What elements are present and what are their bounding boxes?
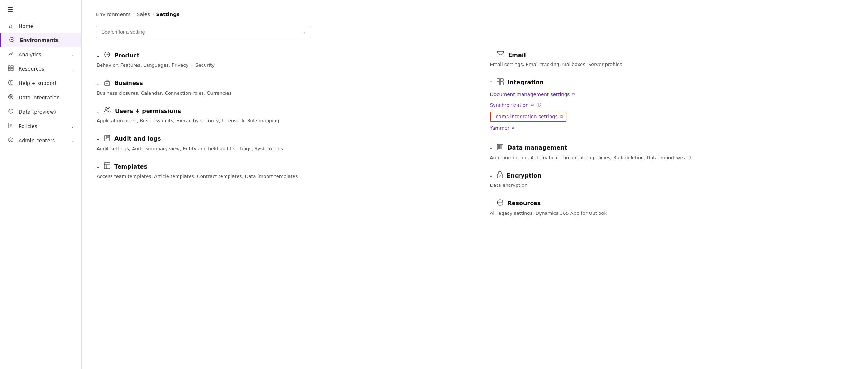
breadcrumb-sales[interactable]: Sales [137, 11, 150, 17]
resources-section-icon [497, 199, 504, 208]
section-toggle-product[interactable]: ⌄ [96, 53, 100, 58]
section-desc-encryption: Data encryption [489, 182, 854, 189]
analytics-icon [7, 51, 14, 58]
synchronization-link[interactable]: Synchronization ⧉ [490, 101, 534, 109]
section-users-permissions: ⌄ Users + permissions Application users,… [96, 107, 461, 124]
svg-rect-28 [104, 163, 110, 169]
sidebar-item-label: Admin centers [19, 138, 55, 143]
sidebar-item-data-integration[interactable]: Data integration [0, 90, 81, 105]
audit-icon [104, 134, 111, 143]
section-toggle-users[interactable]: ⌄ [96, 108, 100, 114]
data-integration-icon [7, 94, 14, 101]
chevron-down-icon: ⌄ [71, 124, 74, 129]
product-icon [104, 51, 111, 60]
svg-rect-4 [8, 68, 10, 71]
chevron-down-icon: ⌄ [71, 52, 74, 57]
left-column: ⌄ Product Behavior, Features, Languages,… [96, 51, 461, 227]
search-bar[interactable]: ⌄ [96, 26, 311, 38]
section-toggle-templates[interactable]: ⌄ [96, 164, 100, 169]
sidebar: ☰ ⌂ Home Environments Analytics ⌄ [0, 0, 82, 369]
svg-rect-41 [497, 174, 502, 178]
section-desc-templates: Access team templates, Article templates… [96, 173, 461, 180]
sidebar-item-label: Help + support [19, 80, 57, 86]
section-resources: ⌄ Resources All legacy settings, Dynamic… [489, 199, 854, 217]
hamburger-menu[interactable]: ☰ [0, 0, 81, 19]
sidebar-item-label: Data (preview) [19, 109, 56, 115]
section-toggle-audit[interactable]: ⌄ [96, 136, 100, 141]
yammer-link[interactable]: Yammer ⧉ [490, 124, 854, 132]
breadcrumb-settings: Settings [156, 11, 180, 17]
section-audit-logs: ⌄ Audit and logs Audit settings, Audit s… [96, 134, 461, 152]
section-title-encryption: Encryption [507, 172, 541, 179]
section-toggle-integration[interactable]: ⌃ [489, 80, 493, 85]
section-templates: ⌄ Templates Access team templates, Artic… [96, 162, 461, 180]
email-icon [497, 51, 504, 59]
sidebar-item-label: Data integration [19, 95, 60, 100]
svg-rect-36 [497, 144, 503, 150]
teams-integration-link[interactable]: Teams integration settings ⧉ [490, 112, 566, 122]
section-integration: ⌃ Integration Document ma [489, 78, 854, 133]
svg-rect-33 [500, 79, 503, 81]
section-toggle-resources[interactable]: ⌄ [489, 200, 493, 206]
sidebar-item-help-support[interactable]: ? Help + support [0, 76, 81, 90]
data-preview-icon [7, 108, 14, 115]
section-toggle-encryption[interactable]: ⌄ [489, 173, 493, 178]
section-product: ⌄ Product Behavior, Features, Languages,… [96, 51, 461, 69]
sidebar-item-label: Resources [19, 66, 44, 72]
section-desc-resources: All legacy settings, Dynamics 365 App fo… [489, 210, 854, 217]
svg-rect-37 [498, 145, 502, 149]
templates-icon [104, 162, 111, 171]
sidebar-item-label: Analytics [19, 52, 42, 57]
section-desc-product: Behavior, Features, Languages, Privacy +… [96, 62, 461, 69]
info-icon[interactable]: ⓘ [537, 102, 541, 108]
section-email: ⌄ Email Email settings, Email tracking, … [489, 51, 854, 68]
environments-icon [8, 37, 15, 44]
breadcrumb-sep-1: › [133, 12, 135, 17]
section-desc-users: Application users, Business units, Hiera… [96, 117, 461, 124]
sidebar-item-home[interactable]: ⌂ Home [0, 19, 81, 33]
section-title-users: Users + permissions [115, 108, 181, 114]
integration-links: Document management settings ⧉ Synchroni… [489, 89, 854, 133]
section-desc-data-mgmt: Auto numbering, Automatic record creatio… [489, 154, 854, 161]
chevron-down-icon: ⌄ [71, 138, 74, 143]
svg-point-16 [10, 139, 11, 141]
sidebar-item-label: Home [19, 23, 33, 29]
section-title-business: Business [114, 80, 143, 86]
section-toggle-email[interactable]: ⌄ [489, 52, 493, 58]
svg-point-42 [499, 175, 500, 176]
integration-icon [497, 78, 504, 87]
svg-rect-32 [497, 79, 500, 81]
section-toggle-data-mgmt[interactable]: ⌄ [489, 145, 493, 150]
document-management-link[interactable]: Document management settings ⧉ [490, 90, 854, 99]
section-desc-business: Business closures, Calendar, Connection … [96, 90, 461, 97]
sidebar-item-resources[interactable]: Resources ⌄ [0, 62, 81, 76]
sidebar-item-data-preview[interactable]: Data (preview) [0, 105, 81, 119]
section-title-audit: Audit and logs [114, 135, 161, 142]
svg-rect-34 [497, 82, 500, 85]
svg-rect-3 [11, 66, 13, 68]
data-management-icon [497, 143, 504, 152]
svg-rect-5 [11, 68, 13, 71]
chevron-down-icon: ⌄ [71, 67, 74, 71]
sidebar-item-admin-centers[interactable]: Admin centers ⌄ [0, 133, 81, 148]
external-link-icon-teams: ⧉ [560, 114, 563, 119]
breadcrumb: Environments › Sales › Settings [96, 11, 854, 17]
svg-rect-31 [497, 51, 504, 57]
breadcrumb-environments[interactable]: Environments [96, 11, 131, 17]
search-input[interactable] [101, 29, 302, 35]
sidebar-item-analytics[interactable]: Analytics ⌄ [0, 47, 81, 62]
sidebar-item-policies[interactable]: Policies ⌄ [0, 119, 81, 133]
section-data-management: ⌄ Data management Auto numbering, Automa… [489, 143, 854, 161]
encryption-icon [497, 171, 503, 180]
section-title-product: Product [114, 52, 140, 59]
svg-point-23 [108, 108, 110, 109]
section-desc-audit: Audit settings, Audit summary view, Enti… [96, 145, 461, 152]
section-title-data-mgmt: Data management [507, 144, 567, 151]
svg-point-1 [11, 39, 13, 40]
admin-centers-icon [7, 137, 14, 144]
document-management-label: Document management settings [490, 91, 570, 97]
users-icon [104, 107, 111, 115]
section-toggle-business[interactable]: ⌄ [96, 80, 100, 86]
sidebar-item-environments[interactable]: Environments [0, 33, 81, 47]
section-title-templates: Templates [114, 163, 147, 170]
